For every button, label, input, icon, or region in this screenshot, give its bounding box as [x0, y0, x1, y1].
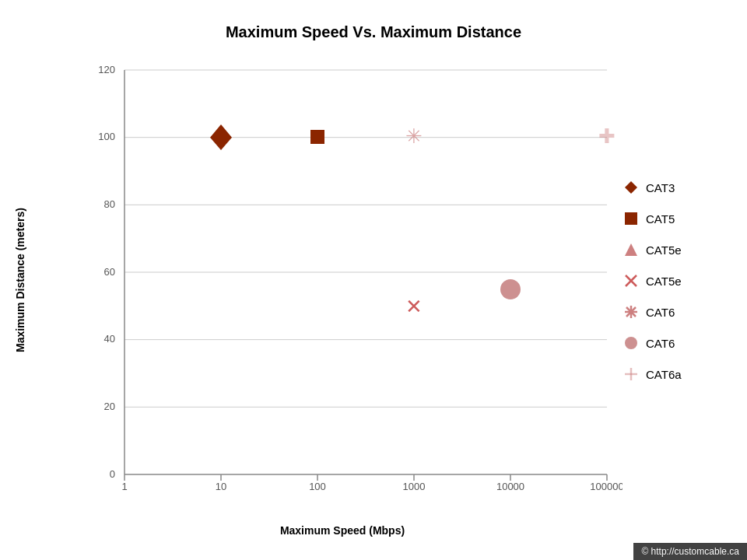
cat5e-x-point: ✕ — [405, 295, 423, 318]
svg-text:100000: 100000 — [590, 481, 622, 492]
legend-cat6a-label: CAT6a — [646, 368, 682, 381]
svg-text:1: 1 — [121, 481, 127, 492]
cat6a-plus-point: ✚ — [598, 124, 615, 148]
y-axis-label: Maximum Distance (meters) — [14, 54, 26, 506]
legend-cat6-ast: CAT6 — [622, 303, 724, 320]
legend-cat5e-tri-label: CAT5e — [646, 243, 682, 257]
legend: CAT3 CAT5 CAT5e — [622, 179, 724, 397]
svg-text:60: 60 — [104, 266, 115, 278]
svg-text:100: 100 — [309, 481, 326, 492]
legend-cat5e-tri: CAT5e — [622, 241, 724, 258]
svg-text:80: 80 — [104, 198, 115, 210]
legend-cat3: CAT3 — [622, 179, 724, 196]
legend-cat3-symbol — [622, 179, 640, 196]
svg-marker-29 — [625, 243, 637, 256]
chart-svg: 120 100 80 60 40 20 0 1 10 100 1000 1000… — [62, 54, 622, 506]
svg-text:10: 10 — [216, 481, 226, 492]
svg-text:40: 40 — [104, 333, 115, 345]
svg-text:10000: 10000 — [496, 481, 524, 492]
legend-cat5e-x-symbol — [622, 272, 640, 289]
legend-cat6-circle-label: CAT6 — [646, 337, 675, 350]
legend-cat6-ast-symbol — [622, 303, 640, 320]
svg-rect-28 — [625, 212, 637, 225]
cat6-circle-point — [500, 279, 521, 299]
svg-text:20: 20 — [104, 401, 115, 412]
legend-cat6a-symbol — [622, 366, 640, 383]
svg-text:1000: 1000 — [403, 481, 426, 492]
legend-cat6-circle-symbol — [622, 334, 640, 352]
footer-copyright: © http://customcable.ca — [633, 543, 747, 560]
legend-cat5-symbol — [622, 210, 640, 227]
legend-cat5-label: CAT5 — [646, 212, 675, 226]
legend-cat6-ast-label: CAT6 — [646, 306, 675, 319]
svg-point-36 — [625, 337, 637, 349]
cat5e-asterisk-point: ✳ — [405, 124, 423, 148]
cat3-point — [210, 124, 232, 150]
svg-text:100: 100 — [98, 131, 115, 142]
legend-cat5: CAT5 — [622, 210, 724, 227]
legend-cat6-circle: CAT6 — [622, 334, 724, 352]
svg-text:0: 0 — [110, 468, 115, 480]
legend-cat6a: CAT6a — [622, 366, 724, 383]
svg-marker-27 — [625, 181, 637, 194]
legend-cat3-label: CAT3 — [646, 181, 675, 194]
chart-container: Maximum Speed Vs. Maximum Distance Maxim… — [0, 0, 747, 560]
x-axis-label: Maximum Speed (Mbps) — [62, 524, 622, 537]
chart-title: Maximum Speed Vs. Maximum Distance — [0, 0, 747, 49]
legend-cat5e-x: CAT5e — [622, 272, 724, 289]
cat5-point — [310, 130, 324, 144]
svg-text:120: 120 — [98, 64, 115, 75]
legend-cat5e-tri-symbol — [622, 241, 640, 258]
legend-cat5e-x-label: CAT5e — [646, 275, 682, 288]
